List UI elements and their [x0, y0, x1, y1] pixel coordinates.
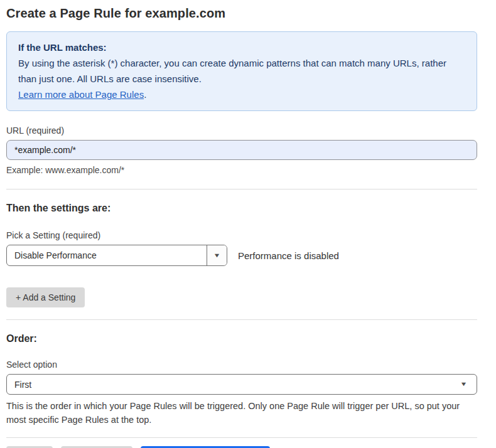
url-matches-info-box: If the URL matches: By using the asteris… — [6, 31, 477, 111]
footer-divider — [6, 437, 477, 438]
info-box-body-text: By using the asterisk (*) character, you… — [18, 58, 446, 84]
caret-down-icon: ▼ — [460, 381, 468, 387]
link-period: . — [144, 89, 146, 100]
url-field-label: URL (required) — [6, 125, 477, 136]
setting-select-value: Disable Performance — [7, 245, 207, 265]
learn-more-link[interactable]: Learn more about Page Rules — [18, 89, 144, 100]
setting-status-text: Performance is disabled — [238, 250, 339, 261]
url-input[interactable] — [6, 140, 477, 160]
setting-row: Disable Performance ▼ Performance is dis… — [6, 245, 477, 266]
order-select-label: Select option — [6, 360, 477, 370]
order-help-text: This is the order in which your Page Rul… — [6, 399, 477, 427]
add-setting-button[interactable]: + Add a Setting — [6, 287, 85, 307]
section-divider — [6, 189, 477, 189]
create-page-rule-panel: Create a Page Rule for example.com If th… — [0, 0, 496, 448]
setting-select[interactable]: Disable Performance ▼ — [6, 245, 227, 266]
section-divider — [6, 319, 477, 320]
url-example-text: Example: www.example.com/* — [6, 165, 477, 175]
info-box-heading: If the URL matches: — [18, 40, 465, 55]
order-select-value: First — [14, 380, 461, 390]
page-title: Create a Page Rule for example.com — [6, 6, 477, 21]
order-section-heading: Order: — [6, 333, 477, 344]
caret-down-icon: ▼ — [213, 253, 220, 259]
pick-setting-label: Pick a Setting (required) — [6, 230, 477, 240]
setting-select-caret-button[interactable]: ▼ — [207, 245, 227, 265]
settings-section-heading: Then the settings are: — [6, 203, 477, 214]
info-box-body: By using the asterisk (*) character, you… — [18, 55, 465, 102]
order-select[interactable]: First ▼ — [6, 374, 477, 395]
